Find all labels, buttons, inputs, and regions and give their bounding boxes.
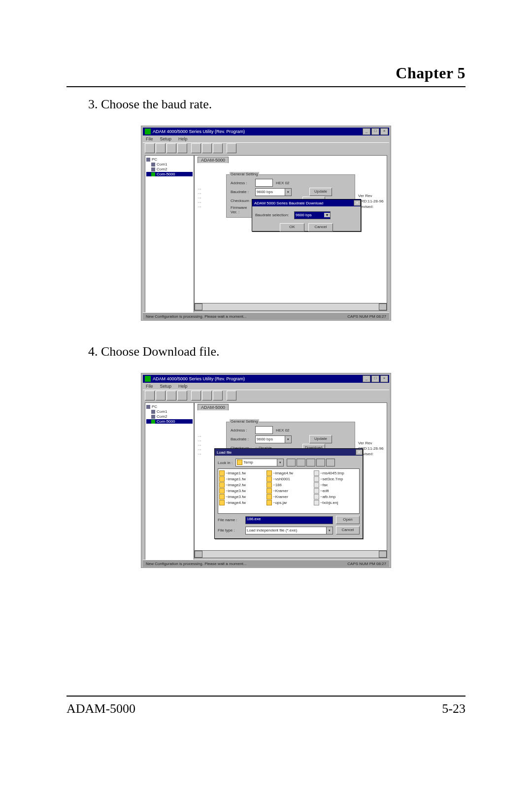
- cancel-button[interactable]: Cancel: [308, 223, 333, 232]
- file-item[interactable]: ~image1.fw: [219, 476, 264, 482]
- file-item[interactable]: ~bcbjs.enj: [314, 499, 358, 505]
- tool-button[interactable]: [177, 143, 187, 153]
- file-item[interactable]: ~fax: [314, 482, 358, 488]
- lookin-select[interactable]: Temp▾: [235, 459, 284, 466]
- file-item[interactable]: ~edfi: [314, 488, 358, 494]
- baud-selection-select[interactable]: 9600 bps▾: [294, 211, 331, 219]
- status-bar: New Configuration is processing. Please …: [143, 312, 389, 320]
- tool-button[interactable]: [191, 143, 201, 153]
- up-folder-icon[interactable]: [287, 459, 296, 466]
- filetype-label: File type :: [218, 528, 242, 533]
- tree-item-com1[interactable]: Com1: [146, 409, 193, 414]
- tree-item-com2[interactable]: Com2: [146, 167, 193, 171]
- view-icon[interactable]: [326, 459, 335, 466]
- app-titlebar: ADAM 4000/5000 Series Utility (Rev. Prog…: [143, 375, 389, 383]
- scroll-right-icon[interactable]: [379, 551, 387, 558]
- tool-button[interactable]: [227, 143, 236, 153]
- file-item[interactable]: ~186: [266, 482, 311, 488]
- tool-button[interactable]: [227, 391, 236, 400]
- minimize-button[interactable]: _: [363, 375, 370, 382]
- tool-button[interactable]: [202, 143, 212, 153]
- fieldset-legend: General Setting: [230, 172, 259, 176]
- tool-button[interactable]: [156, 391, 166, 400]
- address-input[interactable]: [255, 426, 273, 434]
- tree-root[interactable]: PC: [146, 404, 193, 409]
- tool-button[interactable]: [202, 391, 212, 400]
- file-item[interactable]: ~image1.fw: [219, 470, 264, 476]
- menu-file[interactable]: File: [146, 384, 153, 389]
- menu-help[interactable]: Help: [178, 136, 188, 141]
- tree-panel: PC Com1 Com2 Com-5000: [145, 402, 194, 560]
- file-item[interactable]: ~image3.fw: [219, 494, 264, 499]
- tree-item-com5000[interactable]: Com-5000: [146, 419, 193, 424]
- scroll-right-icon[interactable]: [379, 303, 387, 310]
- h-scrollbar[interactable]: [195, 550, 387, 558]
- baud-select[interactable]: 9600 bps▾: [255, 188, 292, 196]
- address-hex: HEX 02: [276, 428, 290, 433]
- tool-button[interactable]: [213, 143, 223, 153]
- menu-setup[interactable]: Setup: [160, 384, 172, 389]
- tree-item-com1[interactable]: Com1: [146, 162, 193, 166]
- tool-button[interactable]: [145, 143, 155, 153]
- minimize-button[interactable]: _: [363, 128, 370, 135]
- file-item[interactable]: ~afb.tmp: [314, 494, 358, 499]
- menu-setup[interactable]: Setup: [160, 136, 172, 141]
- ok-button[interactable]: OK: [280, 223, 304, 232]
- header-rule: [66, 86, 466, 87]
- chevron-down-icon: ▾: [285, 436, 291, 443]
- details-view-icon[interactable]: [316, 459, 325, 466]
- dialog-close-icon[interactable]: ×: [354, 200, 361, 206]
- baud-label: Baudrate :: [231, 437, 252, 441]
- file-item[interactable]: ~Kramer: [266, 494, 311, 499]
- tool-button[interactable]: [191, 391, 201, 400]
- footer-right: 5-23: [442, 701, 466, 716]
- lookin-label: Look in :: [218, 461, 233, 465]
- filetype-select[interactable]: Load independent file (*.exe)▾: [245, 527, 333, 534]
- tree-panel: PC Com1 Com2 Com-5000: [145, 155, 194, 313]
- new-folder-icon[interactable]: [297, 459, 305, 466]
- tree-item-com5000[interactable]: Com-5000: [146, 172, 193, 176]
- file-item[interactable]: ~set3ce.Tmp: [314, 476, 358, 482]
- file-item[interactable]: ~vsh0001: [266, 476, 311, 482]
- close-button[interactable]: ×: [380, 375, 388, 382]
- tool-button[interactable]: [213, 391, 223, 400]
- open-button[interactable]: Open: [336, 516, 360, 524]
- menu-help[interactable]: Help: [178, 384, 188, 389]
- list-view-icon[interactable]: [306, 459, 315, 466]
- scroll-left-icon[interactable]: [195, 551, 202, 558]
- scroll-left-icon[interactable]: [195, 303, 202, 310]
- tree-item-com2[interactable]: Com2: [146, 414, 193, 419]
- file-item[interactable]: ~Kramer: [266, 488, 311, 494]
- tool-button[interactable]: [145, 391, 155, 400]
- tool-button[interactable]: [166, 143, 176, 153]
- address-input[interactable]: [255, 179, 273, 187]
- dialog-close-icon[interactable]: ×: [356, 449, 363, 455]
- tab-adam5000[interactable]: ADAM-5000: [198, 157, 229, 163]
- file-list[interactable]: ~image1.fw ~image4.fw ~ms4045.tmp ~image…: [218, 468, 360, 514]
- file-item[interactable]: ~ms4045.tmp: [314, 470, 358, 476]
- main-panel: ADAM-5000 ⋮⋮⋮⋮⋮ General Setting Address …: [194, 402, 387, 558]
- h-scrollbar[interactable]: [195, 303, 387, 310]
- tool-button[interactable]: [166, 391, 176, 400]
- tool-button[interactable]: [156, 143, 166, 153]
- tool-button[interactable]: [177, 391, 187, 400]
- close-button[interactable]: ×: [380, 128, 388, 135]
- baud-select[interactable]: 9600 bps▾: [255, 435, 292, 443]
- file-item[interactable]: ~image4.fw: [219, 499, 264, 505]
- tree-root[interactable]: PC: [146, 157, 193, 162]
- update-button[interactable]: Update: [309, 435, 332, 443]
- file-item[interactable]: ~ops.jar: [266, 499, 311, 505]
- update-button[interactable]: Update: [309, 188, 332, 196]
- figure-download-file: ADAM 4000/5000 Series Utility (Rev. Prog…: [141, 373, 391, 568]
- file-item[interactable]: ~image2.fw: [219, 482, 264, 488]
- toolbar: [143, 142, 389, 154]
- file-item[interactable]: ~image3.fw: [219, 488, 264, 494]
- maximize-button[interactable]: □: [371, 375, 379, 382]
- tab-adam5000[interactable]: ADAM-5000: [198, 404, 229, 410]
- file-item[interactable]: ~image4.fw: [266, 470, 311, 476]
- menu-file[interactable]: File: [146, 136, 153, 141]
- cancel-button[interactable]: Cancel: [336, 526, 360, 534]
- baud-dialog: ADAM 5000 Series Baudrate Download × Bau…: [252, 199, 361, 232]
- filename-input[interactable]: 186.exe: [245, 516, 333, 524]
- maximize-button[interactable]: □: [371, 128, 379, 135]
